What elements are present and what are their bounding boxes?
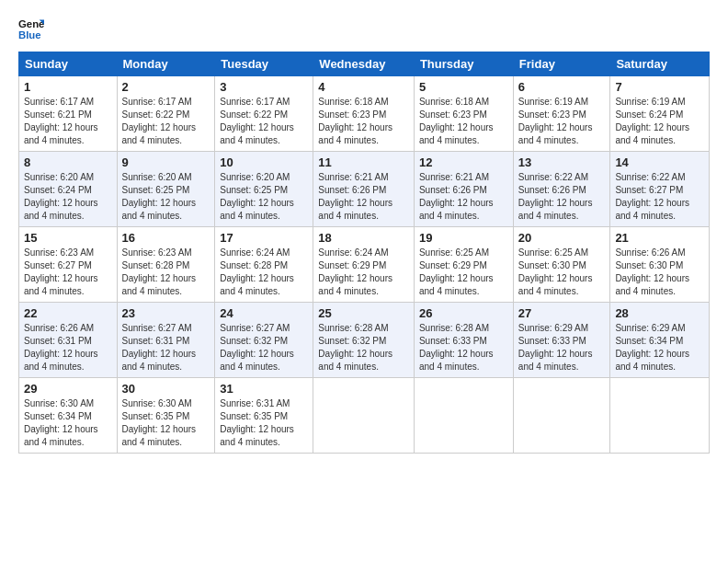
day-info: Sunrise: 6:25 AMSunset: 6:30 PMDaylight:… (518, 247, 606, 298)
day-number: 6 (518, 80, 606, 94)
calendar-cell: 29Sunrise: 6:30 AMSunset: 6:34 PMDayligh… (19, 378, 118, 454)
calendar-cell: 11Sunrise: 6:21 AMSunset: 6:26 PMDayligh… (313, 152, 415, 227)
calendar-cell: 5Sunrise: 6:18 AMSunset: 6:23 PMDaylight… (414, 76, 513, 152)
col-header-tuesday: Tuesday (215, 52, 313, 76)
calendar-cell: 1Sunrise: 6:17 AMSunset: 6:21 PMDaylight… (19, 76, 118, 152)
day-number: 12 (419, 155, 508, 169)
day-info: Sunrise: 6:25 AMSunset: 6:29 PMDaylight:… (419, 247, 508, 298)
calendar-cell: 31Sunrise: 6:31 AMSunset: 6:35 PMDayligh… (215, 378, 313, 454)
day-info: Sunrise: 6:28 AMSunset: 6:33 PMDaylight:… (419, 322, 508, 373)
day-number: 21 (615, 231, 704, 245)
calendar-cell: 28Sunrise: 6:29 AMSunset: 6:34 PMDayligh… (610, 303, 710, 378)
day-number: 7 (615, 80, 704, 94)
col-header-monday: Monday (117, 52, 215, 76)
week-row-1: 1Sunrise: 6:17 AMSunset: 6:21 PMDaylight… (19, 76, 710, 152)
day-number: 25 (318, 306, 409, 320)
day-info: Sunrise: 6:28 AMSunset: 6:32 PMDaylight:… (318, 322, 409, 373)
day-info: Sunrise: 6:29 AMSunset: 6:34 PMDaylight:… (615, 322, 704, 373)
calendar-cell (513, 378, 610, 454)
calendar-cell: 27Sunrise: 6:29 AMSunset: 6:33 PMDayligh… (513, 303, 610, 378)
day-info: Sunrise: 6:22 AMSunset: 6:26 PMDaylight:… (518, 171, 606, 223)
col-header-saturday: Saturday (610, 52, 710, 76)
day-info: Sunrise: 6:19 AMSunset: 6:24 PMDaylight:… (615, 96, 704, 147)
day-number: 18 (318, 231, 409, 245)
day-info: Sunrise: 6:22 AMSunset: 6:27 PMDaylight:… (615, 171, 704, 223)
day-number: 24 (220, 306, 308, 320)
calendar-cell: 16Sunrise: 6:23 AMSunset: 6:28 PMDayligh… (117, 227, 215, 303)
calendar-cell: 8Sunrise: 6:20 AMSunset: 6:24 PMDaylight… (19, 152, 118, 227)
day-info: Sunrise: 6:24 AMSunset: 6:29 PMDaylight:… (318, 247, 409, 298)
day-number: 3 (220, 80, 308, 94)
day-info: Sunrise: 6:30 AMSunset: 6:34 PMDaylight:… (24, 397, 112, 449)
day-info: Sunrise: 6:23 AMSunset: 6:28 PMDaylight:… (122, 247, 210, 298)
day-number: 5 (419, 80, 508, 94)
svg-text:Blue: Blue (18, 29, 41, 40)
day-number: 19 (419, 231, 508, 245)
day-number: 1 (24, 80, 112, 94)
calendar-cell: 25Sunrise: 6:28 AMSunset: 6:32 PMDayligh… (313, 303, 415, 378)
week-row-4: 22Sunrise: 6:26 AMSunset: 6:31 PMDayligh… (19, 303, 710, 378)
day-number: 20 (518, 231, 606, 245)
calendar-cell (610, 378, 710, 454)
day-number: 15 (24, 231, 112, 245)
calendar-cell: 6Sunrise: 6:19 AMSunset: 6:23 PMDaylight… (513, 76, 610, 152)
day-info: Sunrise: 6:21 AMSunset: 6:26 PMDaylight:… (318, 171, 409, 223)
calendar-cell: 15Sunrise: 6:23 AMSunset: 6:27 PMDayligh… (19, 227, 118, 303)
day-info: Sunrise: 6:20 AMSunset: 6:24 PMDaylight:… (24, 171, 112, 223)
day-info: Sunrise: 6:17 AMSunset: 6:21 PMDaylight:… (24, 96, 112, 147)
calendar-cell: 22Sunrise: 6:26 AMSunset: 6:31 PMDayligh… (19, 303, 118, 378)
calendar-cell: 20Sunrise: 6:25 AMSunset: 6:30 PMDayligh… (513, 227, 610, 303)
day-info: Sunrise: 6:23 AMSunset: 6:27 PMDaylight:… (24, 247, 112, 298)
calendar-page: General Blue SundayMondayTuesdayWednesda… (0, 0, 728, 563)
col-header-thursday: Thursday (414, 52, 513, 76)
calendar-cell: 24Sunrise: 6:27 AMSunset: 6:32 PMDayligh… (215, 303, 313, 378)
day-number: 23 (122, 306, 210, 320)
day-info: Sunrise: 6:19 AMSunset: 6:23 PMDaylight:… (518, 96, 606, 147)
calendar-cell: 4Sunrise: 6:18 AMSunset: 6:23 PMDaylight… (313, 76, 415, 152)
calendar-cell (313, 378, 415, 454)
day-info: Sunrise: 6:27 AMSunset: 6:32 PMDaylight:… (220, 322, 308, 373)
day-info: Sunrise: 6:20 AMSunset: 6:25 PMDaylight:… (122, 171, 210, 223)
day-number: 9 (122, 155, 210, 169)
day-number: 16 (122, 231, 210, 245)
calendar-cell: 12Sunrise: 6:21 AMSunset: 6:26 PMDayligh… (414, 152, 513, 227)
day-number: 2 (122, 80, 210, 94)
header-row: SundayMondayTuesdayWednesdayThursdayFrid… (19, 52, 710, 76)
calendar-cell: 21Sunrise: 6:26 AMSunset: 6:30 PMDayligh… (610, 227, 710, 303)
header: General Blue (18, 17, 710, 42)
day-number: 13 (518, 155, 606, 169)
day-number: 4 (318, 80, 409, 94)
calendar-cell: 19Sunrise: 6:25 AMSunset: 6:29 PMDayligh… (414, 227, 513, 303)
day-number: 11 (318, 155, 409, 169)
day-info: Sunrise: 6:17 AMSunset: 6:22 PMDaylight:… (220, 96, 308, 147)
day-info: Sunrise: 6:18 AMSunset: 6:23 PMDaylight:… (419, 96, 508, 147)
week-row-2: 8Sunrise: 6:20 AMSunset: 6:24 PMDaylight… (19, 152, 710, 227)
calendar-cell: 10Sunrise: 6:20 AMSunset: 6:25 PMDayligh… (215, 152, 313, 227)
day-number: 10 (220, 155, 308, 169)
calendar-cell: 2Sunrise: 6:17 AMSunset: 6:22 PMDaylight… (117, 76, 215, 152)
col-header-wednesday: Wednesday (313, 52, 415, 76)
calendar-cell: 14Sunrise: 6:22 AMSunset: 6:27 PMDayligh… (610, 152, 710, 227)
day-info: Sunrise: 6:18 AMSunset: 6:23 PMDaylight:… (318, 96, 409, 147)
day-number: 14 (615, 155, 704, 169)
calendar-cell: 13Sunrise: 6:22 AMSunset: 6:26 PMDayligh… (513, 152, 610, 227)
calendar-cell: 17Sunrise: 6:24 AMSunset: 6:28 PMDayligh… (215, 227, 313, 303)
calendar-table: SundayMondayTuesdayWednesdayThursdayFrid… (18, 52, 710, 454)
calendar-cell: 23Sunrise: 6:27 AMSunset: 6:31 PMDayligh… (117, 303, 215, 378)
day-info: Sunrise: 6:20 AMSunset: 6:25 PMDaylight:… (220, 171, 308, 223)
day-number: 30 (122, 382, 210, 396)
week-row-5: 29Sunrise: 6:30 AMSunset: 6:34 PMDayligh… (19, 378, 710, 454)
day-number: 22 (24, 306, 112, 320)
calendar-cell: 26Sunrise: 6:28 AMSunset: 6:33 PMDayligh… (414, 303, 513, 378)
logo-icon: General Blue (18, 17, 44, 42)
week-row-3: 15Sunrise: 6:23 AMSunset: 6:27 PMDayligh… (19, 227, 710, 303)
day-info: Sunrise: 6:24 AMSunset: 6:28 PMDaylight:… (220, 247, 308, 298)
col-header-friday: Friday (513, 52, 610, 76)
calendar-cell: 3Sunrise: 6:17 AMSunset: 6:22 PMDaylight… (215, 76, 313, 152)
day-info: Sunrise: 6:29 AMSunset: 6:33 PMDaylight:… (518, 322, 606, 373)
logo: General Blue (18, 17, 48, 42)
day-number: 8 (24, 155, 112, 169)
calendar-cell: 18Sunrise: 6:24 AMSunset: 6:29 PMDayligh… (313, 227, 415, 303)
calendar-cell: 9Sunrise: 6:20 AMSunset: 6:25 PMDaylight… (117, 152, 215, 227)
day-info: Sunrise: 6:27 AMSunset: 6:31 PMDaylight:… (122, 322, 210, 373)
